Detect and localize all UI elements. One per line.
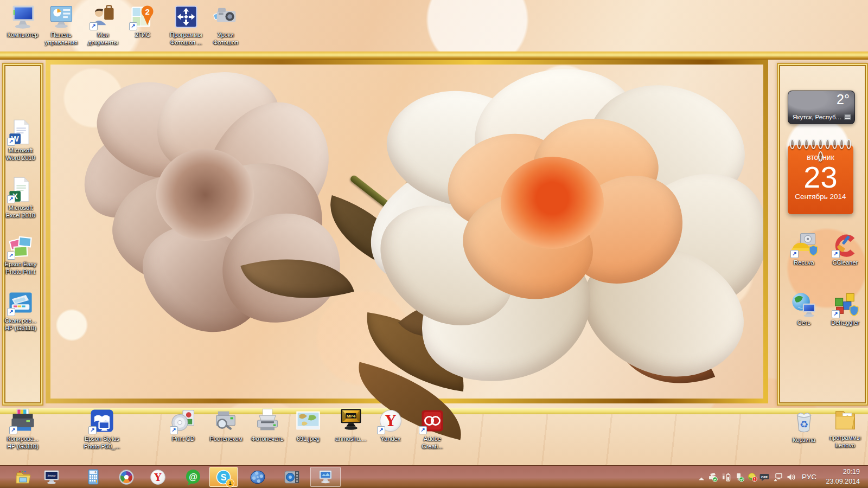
shortcut-arrow-icon: ↗ bbox=[170, 426, 178, 434]
icon-label: Epson Stylus Photo P50_... bbox=[79, 435, 125, 451]
svg-text:2: 2 bbox=[145, 7, 149, 16]
taskbar-explorer-icon[interactable] bbox=[15, 468, 32, 486]
tray-printer-status-icon[interactable] bbox=[708, 472, 718, 482]
svg-text:lenovo: lenovo bbox=[48, 474, 56, 477]
globe-monitor-icon bbox=[790, 291, 818, 319]
recycle-bin-icon: ♻ bbox=[790, 408, 818, 436]
svg-text:Y: Y bbox=[154, 472, 162, 483]
weather-gadget[interactable]: 2° Якутск, Республи... bbox=[788, 91, 855, 124]
desktop-icon-defraggler[interactable]: ↗ Defraggler bbox=[824, 291, 867, 327]
icon-label: Фотопечать bbox=[245, 435, 290, 443]
taskbar-picasa-icon[interactable] bbox=[118, 468, 135, 486]
shortcut-arrow-icon: ↗ bbox=[88, 426, 97, 434]
desktop-icon-recycle-bin[interactable]: ♻ Корзина bbox=[782, 408, 826, 444]
icon-label: Epson Easy Photo Print bbox=[0, 261, 41, 276]
device-magnifier-icon bbox=[212, 407, 240, 435]
icon-label: Defraggler bbox=[824, 319, 867, 327]
svg-text:Y: Y bbox=[385, 413, 396, 429]
adobe-cc-icon: ↗ bbox=[418, 407, 446, 435]
calendar-spiral bbox=[788, 139, 853, 164]
icon-label: Adobe Creati... bbox=[410, 435, 455, 451]
tray-punto-switcher-icon[interactable]: OFF bbox=[760, 472, 769, 482]
tray-volume-icon[interactable] bbox=[786, 472, 796, 482]
folder-icon bbox=[831, 406, 859, 434]
desktop-icon-photo-print[interactable]: Фотопечать bbox=[245, 407, 290, 443]
skype-notification-badge: 1 bbox=[226, 479, 234, 487]
icon-label: Ростелеком bbox=[203, 435, 249, 443]
desktop[interactable]: Компьютер Панель управления ↗ Мои докуме… bbox=[0, 0, 868, 488]
tray-network-icon[interactable] bbox=[773, 472, 783, 482]
icon-label: 2ГИС bbox=[120, 31, 165, 39]
shortcut-arrow-icon: ↗ bbox=[832, 310, 840, 318]
shortcut-arrow-icon: ↗ bbox=[832, 250, 840, 258]
weather-options-button[interactable] bbox=[844, 114, 851, 120]
taskbar-video-converter-icon[interactable] bbox=[283, 468, 301, 486]
shortcut-arrow-icon: ↗ bbox=[7, 252, 15, 260]
taskbar-skype-icon[interactable]: S 1 bbox=[215, 468, 232, 486]
taskbar-lenovo-icon[interactable]: lenovo bbox=[43, 468, 60, 486]
shortcut-arrow-icon: ↗ bbox=[377, 426, 385, 434]
icon-label: Мои документы bbox=[80, 31, 126, 47]
desktop-icon-rostelecom[interactable]: Ростелеком bbox=[203, 407, 249, 443]
icon-label: Панель управления bbox=[39, 31, 84, 47]
svg-text:@: @ bbox=[189, 472, 197, 481]
epson-book-monitor-icon: ↗ bbox=[88, 407, 116, 435]
taskbar-mailru-agent-icon[interactable]: @ bbox=[184, 468, 202, 486]
taskbar[interactable]: lenovo 0 Y @ S 1 bbox=[0, 465, 868, 488]
tray-power-battery-icon[interactable] bbox=[722, 472, 731, 482]
tray-date: 23.09.2014 bbox=[819, 477, 860, 487]
desktop-icon-word[interactable]: W ↗ Microsoft Word 2010 bbox=[0, 118, 41, 162]
desktop-icon-jpeg-file[interactable]: 691.jpeg bbox=[285, 407, 331, 443]
tray-time: 20:19 bbox=[819, 467, 860, 477]
printer-color-icon: ↗ bbox=[9, 407, 37, 435]
taskbar-yandex-browser-icon[interactable]: Y bbox=[149, 468, 167, 486]
desktop-icon-hp-copy[interactable]: ↗ Копирова... HP (G3110) bbox=[0, 407, 46, 451]
camera-icon bbox=[212, 3, 240, 31]
tray-show-hidden-icons[interactable] bbox=[697, 474, 706, 484]
shortcut-arrow-icon: ↗ bbox=[7, 138, 15, 146]
tray-language-indicator[interactable]: РУС bbox=[802, 473, 816, 481]
desktop-icon-2gis[interactable]: 2 ↗ 2ГИС bbox=[120, 3, 165, 39]
icon-label: 691.jpeg bbox=[285, 435, 331, 443]
shortcut-arrow-icon: ↗ bbox=[419, 426, 427, 434]
tray-usb-safely-remove-icon[interactable] bbox=[735, 472, 744, 482]
control-panel-icon bbox=[47, 3, 75, 31]
desktop-icon-control-panel[interactable]: Панель управления bbox=[39, 3, 84, 47]
defraggler-icon: ↗ bbox=[831, 291, 859, 319]
taskbar-display-window-icon[interactable] bbox=[317, 468, 334, 486]
orange-rose bbox=[354, 70, 768, 401]
icon-label: Microsoft Word 2010 bbox=[0, 147, 41, 162]
taskbar-calculator-icon[interactable]: 0 bbox=[85, 468, 102, 486]
calendar-gadget[interactable]: вторник 23 Сентябрь 2014 bbox=[788, 145, 853, 214]
desktop-icon-ccleaner[interactable]: ↗ CCleaner bbox=[824, 230, 867, 267]
taskbar-movie-reel-icon[interactable] bbox=[249, 468, 266, 486]
desktop-icon-photoshop-programs[interactable]: Программы Фотошоп ... bbox=[163, 3, 209, 47]
tray-security-alert-icon[interactable] bbox=[748, 472, 757, 482]
desktop-icon-recuva[interactable]: ↗ Recuva bbox=[782, 230, 826, 267]
desktop-icon-epson-stylus[interactable]: ↗ Epson Stylus Photo P50_... bbox=[79, 407, 125, 451]
expand-arrows-icon bbox=[172, 3, 200, 31]
photo-stack-icon: ↗ bbox=[7, 232, 35, 260]
desktop-icon-adobe-cc[interactable]: ↗ Adobe Creati... bbox=[410, 407, 455, 451]
icon-label: Microsoft Excel 2010 bbox=[0, 204, 41, 220]
desktop-icon-my-documents[interactable]: ↗ Мои документы bbox=[80, 3, 126, 47]
desktop-icon-hp-scan[interactable]: ↗ Сканиров... HP (G3110) bbox=[0, 288, 41, 332]
tray-clock[interactable]: 20:19 23.09.2014 bbox=[819, 467, 860, 486]
icon-label: Recuva bbox=[782, 259, 826, 267]
desktop-icon-epson-easy-photo-print[interactable]: ↗ Epson Easy Photo Print bbox=[0, 232, 41, 276]
icon-label: Копирова... HP (G3110) bbox=[0, 435, 46, 451]
icon-label: Корзина bbox=[782, 436, 826, 444]
shortcut-arrow-icon: ↗ bbox=[790, 250, 799, 258]
icon-label: Программы Фотошоп ... bbox=[163, 31, 209, 47]
calendar-day: 23 bbox=[788, 162, 853, 192]
desktop-icon-excel[interactable]: X ↗ Microsoft Excel 2010 bbox=[0, 176, 41, 220]
desktop-icon-lenovo-programs[interactable]: программы Lenovo bbox=[824, 406, 867, 450]
desktop-icon-network[interactable]: Сеть bbox=[782, 291, 826, 327]
desktop-icon-photoshop-lessons[interactable]: Уроки Фотошоп bbox=[203, 3, 248, 47]
desktop-icon-mp4-file[interactable]: MP4 anmoshu.... bbox=[328, 407, 374, 443]
desktop-icon-yandex[interactable]: Y ↗ Yandex bbox=[368, 407, 413, 443]
icon-label: программы Lenovo bbox=[824, 434, 867, 450]
cd-disc-icon: ↗ bbox=[169, 407, 197, 435]
icon-label: Yandex bbox=[368, 435, 413, 443]
desktop-icon-print-cd[interactable]: ↗ Print CD bbox=[161, 407, 206, 443]
